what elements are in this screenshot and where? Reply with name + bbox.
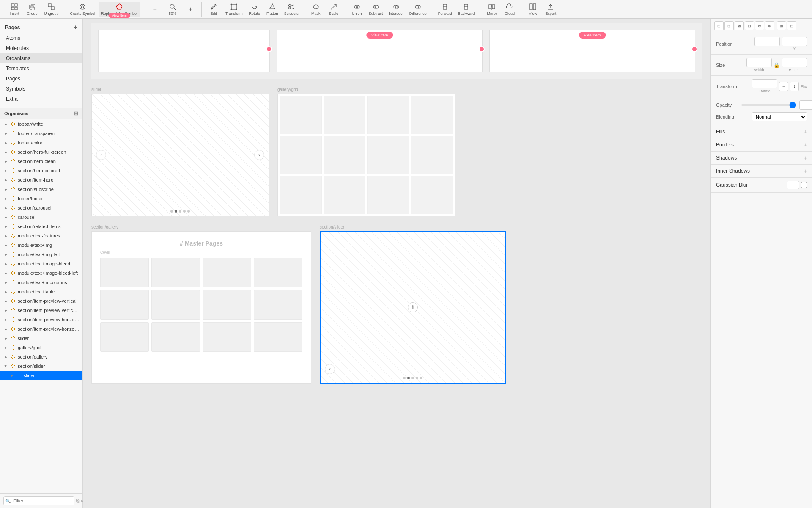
layer-hero-full[interactable]: ▶ section/hero-full-screen xyxy=(0,147,82,157)
position-y-input[interactable] xyxy=(782,37,807,46)
layer-section-slider[interactable]: ▶ section/slider xyxy=(0,362,82,371)
opacity-input[interactable] xyxy=(799,100,812,110)
group-button[interactable]: Group xyxy=(24,2,41,17)
fills-add-button[interactable]: + xyxy=(804,128,807,135)
layer-text-table[interactable]: ▶ module/text+table xyxy=(0,287,82,296)
distribute-v-button[interactable]: ⊟ xyxy=(787,21,796,30)
section-slider-dot[interactable] xyxy=(416,377,418,379)
gaussian-value-input[interactable] xyxy=(787,181,799,189)
ungroup-button[interactable]: Ungroup xyxy=(41,2,61,17)
layer-topbar-color[interactable]: ▶ topbar/color xyxy=(0,138,82,147)
layer-preview-horizontal[interactable]: ▶ section/item-preview-horizontal xyxy=(0,315,82,324)
slider-dot[interactable] xyxy=(187,210,190,213)
layer-item-hero[interactable]: ▶ section/item-hero xyxy=(0,175,82,185)
layer-text-features[interactable]: ▶ module/text-features xyxy=(0,231,82,240)
layer-text-img-left[interactable]: ▶ module/text+img-left xyxy=(0,250,82,259)
align-right-button[interactable]: ⊠ xyxy=(735,21,744,30)
layer-section-gallery[interactable]: ▶ section/gallery xyxy=(0,352,82,362)
section-slider-frame[interactable]: ℹ ‹ xyxy=(320,231,506,384)
layer-topbar-white[interactable]: ▶ topbar/white xyxy=(0,119,82,129)
align-center-h-button[interactable]: ⊞ xyxy=(724,21,734,30)
sidebar-item-organisms[interactable]: Organisms xyxy=(0,53,82,64)
layer-preview-vertical-left[interactable]: ▶ section/item-preview-vertical-left xyxy=(0,306,82,315)
slider-arrow-left[interactable]: ‹ xyxy=(96,150,106,160)
difference-button[interactable]: Difference xyxy=(407,2,429,17)
align-top-button[interactable]: ⊡ xyxy=(745,21,754,30)
layer-gallery-grid[interactable]: ▶ gallery/grid xyxy=(0,343,82,352)
layer-slider-child[interactable]: ▶ slider xyxy=(0,371,82,380)
layer-hero-colored[interactable]: ▶ section/hero-colored xyxy=(0,166,82,175)
scale-button[interactable]: Scale xyxy=(325,2,342,17)
gaussian-checkbox[interactable] xyxy=(801,182,807,188)
position-x-input[interactable] xyxy=(754,37,780,46)
section-slider-dot[interactable] xyxy=(403,377,406,379)
flip-h-button[interactable]: ↔ xyxy=(779,82,788,91)
slider-dot[interactable] xyxy=(179,210,181,213)
section-slider-dot[interactable] xyxy=(420,377,422,379)
layer-carousel[interactable]: ▶ carousel xyxy=(0,213,82,222)
sidebar-item-extra[interactable]: Extra xyxy=(0,94,82,104)
distribute-h-button[interactable]: ⊞ xyxy=(777,21,786,30)
layer-hero-clean[interactable]: ▶ section/hero-clean xyxy=(0,157,82,166)
frame-connector-2[interactable] xyxy=(479,46,485,52)
layer-slider[interactable]: ▶ slider xyxy=(0,334,82,343)
layer-text-img[interactable]: ▶ module/text+img xyxy=(0,240,82,250)
edit-button[interactable]: Edit xyxy=(205,2,222,17)
shadows-section[interactable]: Shadows + xyxy=(711,152,812,165)
rotate-button[interactable]: Rotate xyxy=(246,2,263,17)
insert-button[interactable]: Insert xyxy=(6,2,23,17)
view-item-btn-canvas[interactable]: View Item xyxy=(366,32,393,39)
layer-preview-horizontal-left[interactable]: ▶ section/item-preview-horizontal-left xyxy=(0,324,82,334)
frame-connector-1[interactable] xyxy=(266,46,272,52)
backward-button[interactable]: Backward xyxy=(455,2,477,17)
union-button[interactable]: Union xyxy=(348,2,365,17)
view-item-btn-canvas-2[interactable]: View Item xyxy=(579,32,606,39)
section-slider-dot-active[interactable] xyxy=(407,377,410,379)
sidebar-item-templates[interactable]: Templates xyxy=(0,64,82,74)
layer-related[interactable]: ▶ section/related-items xyxy=(0,222,82,231)
flip-v-button[interactable]: ↕ xyxy=(790,82,799,91)
size-height-input[interactable] xyxy=(782,58,807,67)
slider-dot[interactable] xyxy=(170,210,173,213)
canvas[interactable]: View Item View Item slider xyxy=(83,19,710,508)
shadows-add-button[interactable]: + xyxy=(804,155,807,161)
align-left-button[interactable]: ⊟ xyxy=(714,21,724,30)
create-symbol-button[interactable]: Create Symbol xyxy=(68,2,98,17)
search-input[interactable] xyxy=(3,496,74,505)
subtract-button[interactable]: Subtract xyxy=(366,2,386,17)
blending-select[interactable]: Normal xyxy=(752,112,807,121)
layer-topbar-transparent[interactable]: ▶ topbar/transparent xyxy=(0,129,82,138)
layer-preview-vertical[interactable]: ▶ section/item-preview-vertical xyxy=(0,296,82,306)
sidebar-item-symbols[interactable]: Symbols xyxy=(0,84,82,94)
replace-symbol-button[interactable]: Replace With Symbol View Item xyxy=(99,2,140,17)
layer-footer[interactable]: ▶ footer/footer xyxy=(0,194,82,203)
sidebar-item-molecules[interactable]: Molecules xyxy=(0,43,82,53)
mirror-button[interactable]: Mirror xyxy=(483,2,500,17)
size-width-input[interactable] xyxy=(746,58,772,67)
layer-text-image-bleed[interactable]: ▶ module/text+image-bleed xyxy=(0,259,82,268)
inner-shadows-add-button[interactable]: + xyxy=(804,168,807,174)
forward-button[interactable]: Forward xyxy=(436,2,455,17)
borders-add-button[interactable]: + xyxy=(804,141,807,148)
transform-button[interactable]: Transform xyxy=(223,2,245,17)
layer-copy-button[interactable]: ⎘ xyxy=(76,498,79,504)
rotate-input[interactable] xyxy=(752,79,777,88)
align-bottom-button[interactable]: ⊕ xyxy=(765,21,774,30)
scissors-button[interactable]: Scissors xyxy=(282,2,301,17)
inner-shadows-section[interactable]: Inner Shadows + xyxy=(711,165,812,178)
section-slider-dot[interactable] xyxy=(411,377,414,379)
slider-dot[interactable] xyxy=(183,210,186,213)
layer-text-image-bleed-left[interactable]: ▶ module/text+image-bleed-left xyxy=(0,268,82,278)
section-slider-arrow-left[interactable]: ‹ xyxy=(325,364,335,374)
slider-arrow-right[interactable]: › xyxy=(254,150,264,160)
fills-section[interactable]: Fills + xyxy=(711,125,812,138)
mask-button[interactable]: Mask xyxy=(307,2,324,17)
zoom-button[interactable]: 50% xyxy=(164,2,181,17)
flatten-button[interactable]: Flatten xyxy=(264,2,281,17)
export-button[interactable]: Export xyxy=(542,2,559,17)
align-center-v-button[interactable]: ⊗ xyxy=(755,21,764,30)
zoom-minus-button[interactable]: − xyxy=(146,2,163,17)
borders-section[interactable]: Borders + xyxy=(711,138,812,152)
frame-connector-3[interactable] xyxy=(691,46,697,52)
view-item-pill[interactable]: View Item xyxy=(109,13,130,18)
